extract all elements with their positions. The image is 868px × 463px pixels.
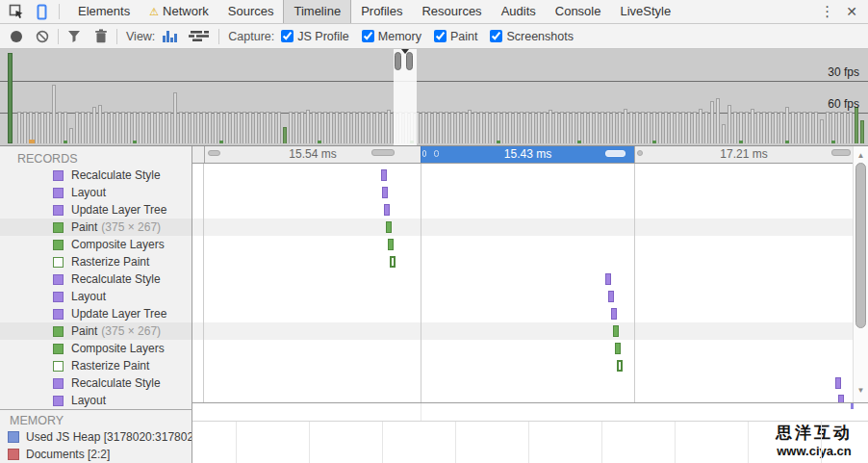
vertical-scrollbar[interactable]: ▲ ▼: [853, 146, 868, 402]
timeline-event-purple[interactable]: [608, 291, 614, 302]
fps-bar: [191, 112, 194, 143]
tab-network[interactable]: ⚠Network: [140, 0, 218, 23]
timeline-event-purple[interactable]: [382, 187, 388, 198]
fps-bar: [468, 110, 472, 143]
frame-screenshot-chip: [831, 149, 851, 156]
timeline-event-green-hollow[interactable]: [617, 360, 623, 372]
fps-bar: [35, 112, 38, 143]
record-row-recalculate-style[interactable]: Recalculate Style: [0, 374, 191, 392]
tab-elements[interactable]: Elements: [68, 0, 140, 23]
warning-icon: ⚠: [149, 0, 159, 23]
timeline-event-purple[interactable]: [838, 395, 844, 402]
close-icon[interactable]: ✕: [843, 0, 868, 23]
scroll-up-icon[interactable]: ▲: [854, 151, 868, 161]
timeline-event-green[interactable]: [388, 239, 394, 250]
purple-swatch-icon: [53, 205, 64, 216]
tab-timeline[interactable]: Timeline: [283, 0, 351, 23]
capture-paint-checkbox[interactable]: Paint: [434, 30, 478, 43]
filter-icon[interactable]: [67, 30, 81, 43]
record-row-composite-layers[interactable]: Composite Layers: [0, 340, 191, 357]
fps-bar: [214, 112, 217, 143]
timeline-event-purple[interactable]: [605, 273, 611, 285]
record-row-update-layer-tree[interactable]: Update Layer Tree: [0, 305, 191, 322]
device-mode-icon[interactable]: [33, 3, 50, 20]
record-row-rasterize-paint[interactable]: Rasterize Paint: [0, 253, 191, 270]
overflow-menu-icon[interactable]: ⋮: [811, 0, 843, 23]
record-row-composite-layers[interactable]: Composite Layers: [0, 236, 191, 253]
screenshots-checkbox-input[interactable]: [490, 30, 502, 42]
record-row-recalculate-style[interactable]: Recalculate Style: [0, 270, 191, 288]
tab-sources[interactable]: Sources: [218, 0, 284, 23]
tab-livestyle[interactable]: LiveStyle: [610, 0, 680, 23]
inspect-element-icon[interactable]: [8, 3, 25, 20]
timeline-event-green[interactable]: [386, 221, 392, 233]
fps-bar: [658, 112, 662, 143]
record-row-layout[interactable]: Layout: [0, 392, 191, 409]
checkbox-label: Screenshots: [506, 30, 573, 43]
record-row-rasterize-paint[interactable]: Rasterize Paint: [0, 357, 191, 374]
fps-overview-strip[interactable]: 30 fps 60 fps: [0, 49, 868, 146]
memory-counter[interactable]: Used JS Heap [3178020:3178020]: [0, 428, 191, 446]
fps-bar: [69, 128, 73, 143]
fps-bar: [219, 112, 223, 143]
timeline-event-purple[interactable]: [835, 377, 841, 389]
fps-bar: [75, 112, 79, 143]
tab-console[interactable]: Console: [546, 0, 611, 23]
capture-memory-checkbox[interactable]: Memory: [362, 30, 421, 43]
clear-recording-icon[interactable]: [36, 30, 49, 43]
view-events-icon[interactable]: [162, 30, 180, 42]
tab-profiles[interactable]: Profiles: [351, 0, 412, 23]
capture-screenshots-checkbox[interactable]: Screenshots: [490, 30, 573, 43]
fps-bar: [733, 112, 737, 143]
memory-counter[interactable]: Documents [2:2]: [0, 446, 191, 463]
timeline-event-purple[interactable]: [381, 169, 387, 181]
frame-header-17-21-ms[interactable]: 17.21 ms: [634, 146, 853, 163]
record-row-layout[interactable]: Layout: [0, 184, 191, 201]
capture-js-profile-checkbox[interactable]: JS Profile: [281, 30, 349, 43]
paint-checkbox-input[interactable]: [434, 30, 447, 42]
timeline-event-green-hollow[interactable]: [390, 256, 396, 268]
record-label: Composite Layers: [71, 238, 165, 251]
fps-bar: [756, 112, 760, 143]
record-row-layout[interactable]: Layout: [0, 288, 191, 305]
record-row-recalculate-style[interactable]: Recalculate Style: [0, 167, 191, 184]
timeline-event-purple[interactable]: [611, 308, 617, 320]
memory-checkbox-input[interactable]: [362, 30, 374, 42]
fps-bar: [681, 112, 685, 143]
timeline-event-green[interactable]: [615, 343, 621, 354]
record-row-update-layer-tree[interactable]: Update Layer Tree: [0, 201, 191, 219]
green-swatch-icon: [53, 222, 64, 233]
timeline-event-green[interactable]: [613, 325, 619, 337]
tab-resources[interactable]: Resources: [412, 0, 491, 23]
fps-bar: [774, 112, 778, 143]
fps-bar: [606, 112, 610, 143]
activity-marker: [8, 53, 13, 143]
timeline-events-area[interactable]: [192, 164, 853, 402]
memory-graph-topline: [192, 421, 868, 422]
record-button[interactable]: [11, 31, 22, 42]
record-row-paint[interactable]: Paint(375 × 267): [0, 322, 191, 340]
timeline-event-purple[interactable]: [384, 204, 390, 216]
record-row-paint[interactable]: Paint(375 × 267): [0, 219, 191, 236]
memory-counters: Used JS Heap [3178020:3178020]Documents …: [0, 428, 191, 463]
fps-bar: [751, 109, 754, 143]
fps-bar: [202, 112, 206, 143]
fps-bar: [456, 112, 460, 143]
fps-bar: [335, 112, 339, 143]
fps-bar: [450, 112, 454, 143]
selection-left-handle[interactable]: [395, 52, 401, 70]
tab-audits[interactable]: Audits: [492, 0, 546, 23]
scroll-down-icon[interactable]: ▼: [854, 386, 868, 396]
scrollbar-thumb[interactable]: [855, 163, 866, 328]
fps-bar: [64, 112, 67, 143]
frame-header-15-43-ms[interactable]: 15.43 ms: [421, 146, 634, 163]
selection-right-handle[interactable]: [406, 52, 413, 70]
fps-bar: [462, 112, 466, 143]
panel-tabs: Elements⚠NetworkSourcesTimelineProfilesR…: [68, 0, 680, 23]
fps-bar: [110, 112, 114, 143]
capture-checkboxes: JS ProfileMemoryPaintScreenshots: [281, 30, 586, 43]
trash-icon[interactable]: [94, 29, 108, 43]
js-profile-checkbox-input[interactable]: [281, 30, 294, 42]
view-frames-icon[interactable]: [189, 30, 210, 42]
fps-bar: [624, 109, 627, 143]
